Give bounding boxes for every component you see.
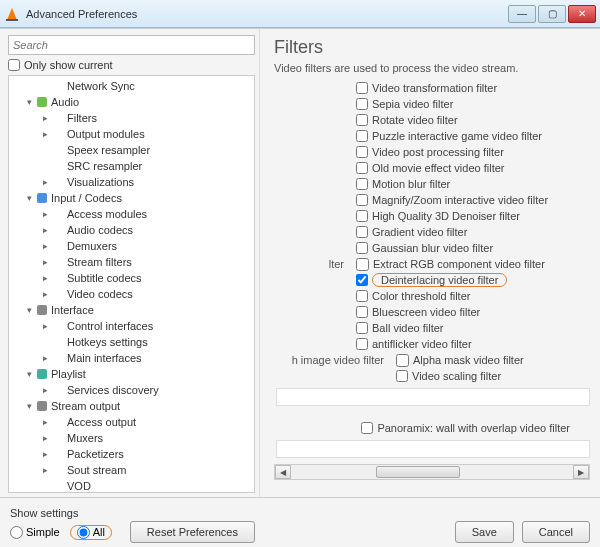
filter-checkbox[interactable] [361,422,373,434]
tree-item[interactable]: ▸Audio codecs [9,222,254,238]
twisty-icon[interactable]: ▸ [39,241,51,251]
tree-item[interactable]: ▸Stream filters [9,254,254,270]
twisty-icon[interactable]: ▸ [39,433,51,443]
tree-item[interactable]: ▸Filters [9,110,254,126]
twisty-icon[interactable]: ▸ [39,113,51,123]
input-field[interactable] [276,388,590,406]
tree-item[interactable]: SRC resampler [9,158,254,174]
tree-item-label: Visualizations [67,176,134,188]
twisty-icon[interactable]: ▾ [23,369,35,379]
twisty-icon[interactable]: ▸ [39,273,51,283]
save-button[interactable]: Save [455,521,514,543]
twisty-icon[interactable]: ▸ [39,353,51,363]
scroll-track[interactable] [291,465,573,479]
twisty-icon[interactable]: ▸ [39,225,51,235]
tree-item[interactable]: ▸Services discovery [9,382,254,398]
filter-checkbox[interactable] [356,274,368,286]
tree-item[interactable]: ▾Playlist [9,366,254,382]
twisty-icon[interactable]: ▸ [39,465,51,475]
category-icon [51,448,65,460]
tree-item[interactable]: ▸Main interfaces [9,350,254,366]
twisty-icon[interactable]: ▸ [39,385,51,395]
filter-checkbox[interactable] [356,226,368,238]
tree-item[interactable]: ▾Interface [9,302,254,318]
preferences-tree[interactable]: Network Sync▾Audio▸Filters▸Output module… [8,75,255,493]
tree-item[interactable]: ▾Input / Codecs [9,190,254,206]
filter-checkbox[interactable] [356,306,368,318]
twisty-icon[interactable]: ▸ [39,209,51,219]
filter-label: Old movie effect video filter [372,162,504,174]
radio-simple[interactable]: Simple [10,526,60,539]
title-bar: Advanced Preferences — ▢ ✕ [0,0,600,28]
tree-item-label: Control interfaces [67,320,153,332]
tree-item[interactable]: ▸Subtitle codecs [9,270,254,286]
twisty-icon[interactable]: ▸ [39,321,51,331]
tree-item[interactable]: ▾Audio [9,94,254,110]
input-field[interactable] [276,440,590,458]
twisty-icon[interactable]: ▸ [39,177,51,187]
close-button[interactable]: ✕ [568,5,596,23]
horizontal-scrollbar[interactable]: ◀▶ [274,464,590,480]
filter-checkbox[interactable] [356,242,368,254]
tree-item[interactable]: ▸Muxers [9,430,254,446]
maximize-button[interactable]: ▢ [538,5,566,23]
filter-checkbox[interactable] [356,258,369,271]
tree-item-label: Access modules [67,208,147,220]
twisty-icon[interactable]: ▾ [23,305,35,315]
tree-item[interactable]: ▸Control interfaces [9,318,254,334]
tree-item[interactable]: Network Sync [9,78,254,94]
twisty-icon[interactable]: ▸ [39,289,51,299]
filter-checkbox[interactable] [356,114,368,126]
filter-checkbox[interactable] [356,322,368,334]
twisty-icon[interactable]: ▸ [39,449,51,459]
tree-item-label: Audio codecs [67,224,133,236]
filter-row: Bluescreen video filter [356,304,590,320]
filter-checkbox[interactable] [396,370,408,382]
tree-item-label: Output modules [67,128,145,140]
radio-all[interactable]: All [70,525,112,540]
tree-item[interactable]: ▸Video codecs [9,286,254,302]
filter-checkbox[interactable] [356,146,368,158]
twisty-icon[interactable]: ▾ [23,193,35,203]
tree-item[interactable]: Hotkeys settings [9,334,254,350]
twisty-icon[interactable]: ▸ [39,129,51,139]
search-input[interactable] [8,35,255,55]
minimize-button[interactable]: — [508,5,536,23]
tree-item[interactable]: ▸Demuxers [9,238,254,254]
scroll-thumb[interactable] [376,466,461,478]
filter-checkbox[interactable] [356,82,368,94]
filter-checkbox[interactable] [356,130,368,142]
tree-item[interactable]: ▸Visualizations [9,174,254,190]
show-settings-label: Show settings [10,507,255,519]
tree-item[interactable]: Speex resampler [9,142,254,158]
tree-item[interactable]: VOD [9,478,254,493]
only-show-current-checkbox[interactable] [8,59,20,71]
filter-checkbox[interactable] [396,354,409,367]
filter-checkbox[interactable] [356,194,368,206]
twisty-icon[interactable]: ▸ [39,417,51,427]
filter-checkbox[interactable] [356,162,368,174]
category-icon [35,400,49,412]
filter-checkbox[interactable] [356,338,368,350]
filter-checkbox[interactable] [356,98,368,110]
twisty-icon[interactable]: ▾ [23,401,35,411]
scroll-left-icon[interactable]: ◀ [275,465,291,479]
filter-checkbox[interactable] [356,290,368,302]
filter-checkbox[interactable] [356,210,368,222]
tree-item[interactable]: ▸Access modules [9,206,254,222]
tree-item[interactable]: ▸Sout stream [9,462,254,478]
tree-item[interactable]: ▸Output modules [9,126,254,142]
category-icon [51,80,65,92]
tree-item[interactable]: ▸Access output [9,414,254,430]
reset-preferences-button[interactable]: Reset Preferences [130,521,255,543]
twisty-icon[interactable]: ▸ [39,257,51,267]
filter-label: Alpha mask video filter [413,354,524,366]
filter-checkbox[interactable] [356,178,368,190]
twisty-icon[interactable]: ▾ [23,97,35,107]
tree-item[interactable]: ▾Stream output [9,398,254,414]
scroll-right-icon[interactable]: ▶ [573,465,589,479]
cancel-button[interactable]: Cancel [522,521,590,543]
tree-item[interactable]: ▸Packetizers [9,446,254,462]
category-icon [51,112,65,124]
filter-label: Puzzle interactive game video filter [372,130,542,142]
